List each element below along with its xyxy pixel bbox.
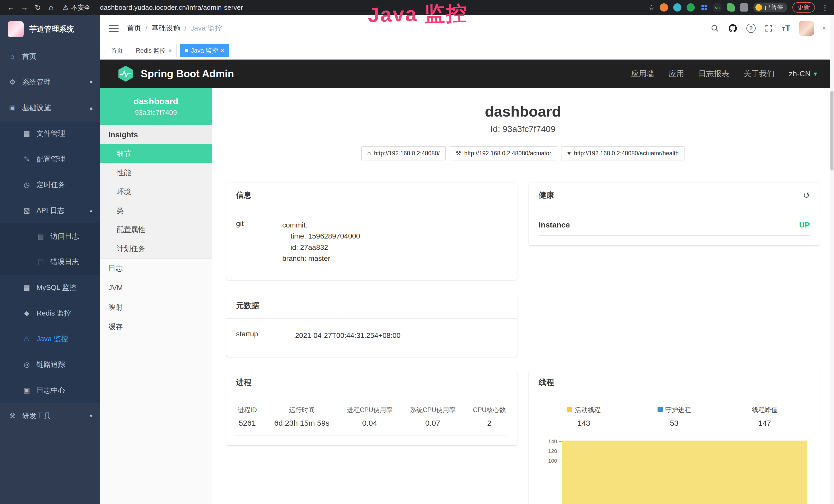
threads-legend-label: 守护进程: [629, 406, 720, 414]
sba-brand[interactable]: Spring Boot Admin: [141, 68, 234, 79]
process-stat-1: 进程ID5261: [238, 406, 257, 428]
log-icon: ▧: [22, 206, 31, 215]
info-value-line: id: 27aa832: [282, 242, 360, 253]
close-tab-icon[interactable]: ×: [220, 47, 224, 54]
threads-legend: 活动线程143守护进程53线程峰值147: [539, 399, 810, 430]
page-scrollbar[interactable]: [830, 15, 834, 504]
extension-icon-2[interactable]: [673, 3, 681, 12]
sidebar-item-mysql[interactable]: ▦MySQL 监控: [0, 275, 100, 300]
security-label[interactable]: 不安全: [71, 3, 90, 12]
doc-icon: ▤: [36, 232, 45, 240]
extension-icon-1[interactable]: [660, 3, 668, 12]
instance-menu-item-4[interactable]: 类: [100, 201, 212, 220]
instance-menu-item-other-1[interactable]: 日志: [100, 258, 212, 278]
extension-icon-4[interactable]: [700, 3, 708, 12]
header-actions: ? TT ▾: [710, 21, 825, 36]
font-size-icon[interactable]: TT: [782, 24, 790, 33]
instance-menu-item-1[interactable]: 细节: [100, 144, 212, 163]
threads-legend-value: 147: [720, 419, 810, 428]
paused-badge[interactable]: 已暂停: [753, 3, 787, 12]
home-icon: ⌂: [8, 53, 17, 61]
metadata-key: startup: [236, 330, 295, 341]
process-stat-label: 进程CPU使用率: [347, 406, 393, 414]
sidebar-item-config[interactable]: ✎配置管理: [0, 146, 100, 172]
search-icon[interactable]: [710, 24, 719, 32]
instance-menu-item-3[interactable]: 环境: [100, 182, 212, 201]
instance-name: dashboard: [134, 96, 178, 106]
sba-nav-item-4[interactable]: 关于我们: [744, 69, 774, 79]
sba-nav-item-1[interactable]: 应用墙: [631, 69, 654, 79]
tools-icon: ⚒: [8, 412, 17, 420]
instance-url-link[interactable]: ⚒http://192.168.0.2:48080/actuator: [450, 146, 557, 160]
instance-menu-item-other-3[interactable]: 映射: [100, 298, 212, 317]
user-avatar[interactable]: [799, 21, 814, 36]
help-icon[interactable]: ?: [746, 24, 756, 33]
sidebar-item-access-log[interactable]: ▤访问日志: [0, 223, 100, 249]
sba-nav-item-3[interactable]: 日志报表: [698, 69, 729, 79]
extension-icon-3[interactable]: [686, 3, 695, 12]
locale-selector[interactable]: zh-CN ▾: [789, 69, 817, 78]
sidebar-toggle-icon[interactable]: [109, 25, 119, 32]
browser-forward-button[interactable]: →: [19, 3, 30, 12]
extensions-menu-icon[interactable]: [740, 3, 748, 12]
instance-menu-item-other-2[interactable]: JVM: [100, 278, 212, 298]
fullscreen-icon[interactable]: [764, 24, 773, 32]
instance-url-link[interactable]: ⌂http://192.168.0.2:48080/: [361, 146, 446, 160]
sidebar-item-error-log[interactable]: ▤错误日志: [0, 249, 100, 275]
url-text[interactable]: dashboard.yudao.iocoder.cn/infra/admin-s…: [100, 4, 243, 12]
instance-menu-item-other-4[interactable]: 缓存: [100, 317, 212, 337]
sidebar-item-home[interactable]: ⌂首页: [0, 44, 100, 69]
sidebar-item-infra[interactable]: ▣基础设施▴: [0, 95, 100, 121]
tab-3[interactable]: Java 监控×: [180, 44, 229, 57]
close-tab-icon[interactable]: ×: [168, 47, 172, 54]
sidebar-item-java[interactable]: ♨Java 监控: [0, 326, 100, 352]
instance-menu-item-6[interactable]: 计划任务: [100, 239, 212, 258]
chart-area-fill: [562, 441, 807, 504]
breadcrumb-item[interactable]: 首页: [127, 23, 141, 33]
scrollbar-thumb[interactable]: [830, 91, 833, 170]
instance-url-link[interactable]: ♥http://192.168.0.2:48080/actuator/healt…: [561, 146, 684, 160]
process-stats: 进程ID5261运行时间6d 23h 15m 59s进程CPU使用率0.04系统…: [236, 399, 507, 435]
update-button[interactable]: 更新: [792, 2, 815, 13]
info-key: git: [236, 220, 282, 264]
y-axis-label: 100: [548, 458, 557, 464]
instance-header[interactable]: dashboard 93a3fc7f7409: [100, 88, 212, 125]
tab-label: 首页: [111, 46, 123, 55]
browser-reload-button[interactable]: ↻: [32, 3, 44, 12]
chevron-down-icon: ▾: [814, 70, 817, 78]
link-url: http://192.168.0.2:48080/: [374, 150, 440, 157]
sidebar-item-dev-tools[interactable]: ⚒研发工具▾: [0, 403, 100, 429]
breadcrumb-item[interactable]: 基础设施: [152, 23, 180, 33]
tab-2[interactable]: Redis 监控×: [131, 44, 177, 57]
process-card-title: 进程: [236, 377, 251, 388]
sidebar-item-api-log[interactable]: ▧API 日志▴: [0, 198, 100, 223]
sidebar-item-log-center[interactable]: ▣日志中心: [0, 377, 100, 403]
chevron-down-icon[interactable]: ▾: [823, 25, 825, 31]
sidebar-item-trace[interactable]: ◎链路追踪: [0, 352, 100, 377]
history-icon[interactable]: ↺: [803, 190, 810, 200]
instance-menu-item-2[interactable]: 性能: [100, 163, 212, 182]
sidebar-item-system[interactable]: ⚙系统管理▾: [0, 69, 100, 95]
browser-home-button[interactable]: ⌂: [45, 3, 57, 12]
threads-legend-1: 活动线程143: [539, 406, 629, 428]
threads-legend-value: 143: [539, 419, 629, 428]
browser-back-button[interactable]: ←: [5, 3, 17, 12]
sidebar-item-file[interactable]: ▤文件管理: [0, 121, 100, 146]
log-center-icon: ▣: [22, 386, 31, 394]
extension-icon-6[interactable]: [727, 3, 735, 12]
sidebar-item-redis[interactable]: ◆Redis 监控: [0, 300, 100, 326]
sba-nav-item-2[interactable]: 应用: [668, 69, 684, 79]
extension-icon-5[interactable]: on: [713, 3, 722, 12]
sidebar-item-label: API 日志: [37, 206, 64, 215]
instance-menu-item-5[interactable]: 配置属性: [100, 220, 212, 239]
app-logo[interactable]: 芋道管理系统: [0, 15, 100, 44]
instance-sidebar: dashboard 93a3fc7f7409 Insights 细节性能环境类配…: [100, 88, 212, 504]
sidebar-item-job[interactable]: ◷定时任务: [0, 172, 100, 198]
tab-1[interactable]: 首页: [106, 44, 128, 57]
github-icon[interactable]: [728, 23, 738, 33]
browser-menu-icon[interactable]: ⋮: [821, 3, 829, 12]
address-bar[interactable]: ⚠ 不安全 dashboard.yudao.iocoder.cn/infra/a…: [63, 3, 647, 12]
info-row-git: git commit:time: 1596289704000id: 27aa83…: [236, 212, 507, 270]
breadcrumb-item: Java 监控: [191, 23, 222, 33]
bookmark-star-icon[interactable]: ☆: [648, 3, 655, 12]
